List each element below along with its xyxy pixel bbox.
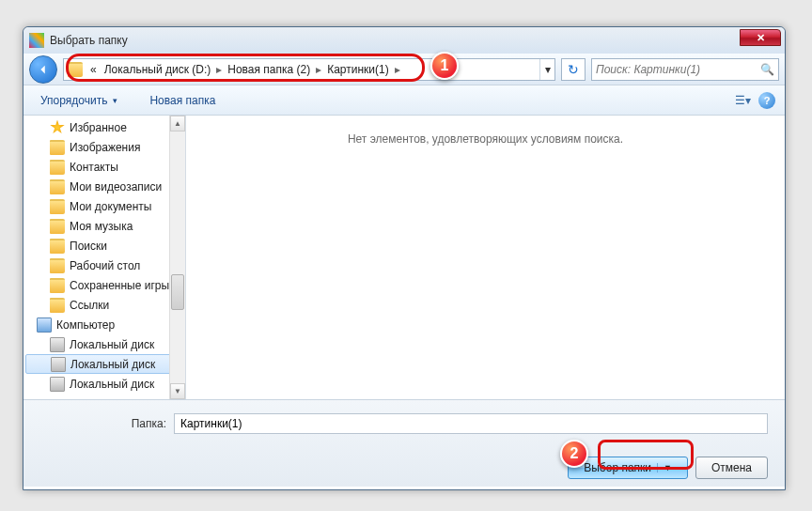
tree-item[interactable]: Поиски bbox=[23, 236, 185, 256]
dialog-window: Выбрать папку ✕ « Локальный диск (D:) ▸ … bbox=[23, 26, 786, 490]
folder-icon bbox=[50, 160, 65, 175]
breadcrumb-segment[interactable]: Новая папка (2) bbox=[224, 59, 314, 80]
empty-message: Нет элементов, удовлетворяющих условиям … bbox=[348, 132, 623, 146]
tree-item-label: Локальный диск bbox=[70, 358, 155, 371]
navigation-bar: « Локальный диск (D:) ▸ Новая папка (2) … bbox=[23, 54, 785, 85]
tree-item[interactable]: Локальный диск bbox=[25, 354, 183, 374]
folder-label: Папка: bbox=[40, 417, 174, 430]
folder-icon bbox=[50, 199, 65, 214]
folder-name-input[interactable] bbox=[174, 413, 768, 434]
tree-item[interactable]: Сохраненные игры bbox=[23, 275, 185, 295]
tree-item-label: Изображения bbox=[70, 141, 140, 154]
breadcrumb-dropdown[interactable]: ▾ bbox=[539, 59, 554, 80]
tree-item-label: Локальный диск bbox=[70, 378, 154, 391]
breadcrumb-prefix[interactable]: « bbox=[86, 59, 101, 80]
tree-item-label: Компьютер bbox=[56, 318, 115, 332]
tree-item[interactable]: Локальный диск bbox=[23, 334, 185, 354]
star-icon bbox=[50, 120, 65, 135]
search-input[interactable] bbox=[596, 63, 757, 76]
close-button[interactable]: ✕ bbox=[740, 29, 781, 46]
folder-icon bbox=[50, 298, 65, 313]
tree-item[interactable]: Контакты bbox=[23, 157, 185, 177]
search-icon: 🔍 bbox=[760, 63, 774, 76]
breadcrumb-segment[interactable]: Картинки(1) bbox=[323, 59, 393, 80]
folder-icon bbox=[50, 140, 65, 155]
tree-item-label: Поиски bbox=[70, 240, 107, 253]
organize-button[interactable]: Упорядочить bbox=[33, 90, 125, 111]
toolbar: Упорядочить Новая папка ☰▾ ? bbox=[23, 85, 785, 116]
folder-icon bbox=[50, 278, 65, 293]
scrollbar-vertical[interactable]: ▲ ▼ bbox=[169, 116, 185, 399]
help-icon[interactable]: ? bbox=[758, 92, 775, 109]
disk-icon-icon bbox=[50, 337, 65, 352]
refresh-button[interactable]: ↻ bbox=[561, 58, 586, 81]
chevron-right-icon: ▸ bbox=[314, 63, 323, 76]
scroll-down-arrow[interactable]: ▼ bbox=[170, 383, 185, 399]
scroll-up-arrow[interactable]: ▲ bbox=[170, 116, 185, 132]
chevron-right-icon: ▸ bbox=[393, 63, 402, 76]
tree-item-label: Мои видеозаписи bbox=[70, 180, 162, 194]
annotation-marker: 2 bbox=[560, 440, 588, 468]
breadcrumb[interactable]: « Локальный диск (D:) ▸ Новая папка (2) … bbox=[63, 58, 555, 81]
app-icon bbox=[29, 33, 44, 48]
annotation-marker: 1 bbox=[430, 52, 459, 80]
disk-icon-icon bbox=[50, 377, 65, 392]
tree-item-label: Избранное bbox=[70, 121, 127, 134]
tree-item-label: Контакты bbox=[70, 161, 118, 174]
tree-item[interactable]: Моя музыка bbox=[23, 216, 185, 236]
tree-item[interactable]: Мои видеозаписи bbox=[23, 177, 185, 196]
search-box[interactable]: 🔍 bbox=[591, 58, 779, 81]
tree-item-label: Сохраненные игры bbox=[70, 279, 169, 292]
tree-item[interactable]: Мои документы bbox=[23, 196, 185, 216]
titlebar[interactable]: Выбрать папку ✕ bbox=[23, 27, 785, 54]
file-list-area[interactable]: Нет элементов, удовлетворяющих условиям … bbox=[186, 116, 785, 399]
cancel-button[interactable]: Отмена bbox=[695, 457, 768, 479]
tree-item-label: Мои документы bbox=[70, 200, 151, 213]
tree-item-label: Локальный диск bbox=[70, 338, 154, 351]
view-options-button[interactable]: ☰▾ bbox=[731, 92, 755, 109]
tree-item[interactable]: Локальный диск bbox=[23, 374, 185, 394]
folder-icon bbox=[50, 179, 65, 194]
back-button[interactable] bbox=[29, 55, 57, 84]
disk-icon-icon bbox=[51, 357, 66, 372]
tree-item-label: Рабочий стол bbox=[70, 259, 140, 272]
scroll-thumb[interactable] bbox=[171, 274, 184, 310]
chevron-right-icon: ▸ bbox=[214, 63, 224, 76]
tree-item-label: Ссылки bbox=[70, 299, 109, 312]
tree-item[interactable]: Ссылки bbox=[23, 295, 185, 315]
folder-icon bbox=[50, 219, 65, 234]
tree-item[interactable]: Компьютер bbox=[23, 315, 185, 334]
navigation-tree: ИзбранноеИзображенияКонтактыМои видеозап… bbox=[23, 116, 186, 399]
folder-icon bbox=[50, 239, 65, 254]
footer-panel: Папка: Выбор папки▼ Отмена bbox=[23, 399, 785, 487]
pc-icon-icon bbox=[37, 317, 52, 333]
tree-item[interactable]: Изображения bbox=[23, 137, 185, 157]
tree-item[interactable]: Рабочий стол bbox=[23, 256, 185, 275]
body-area: ИзбранноеИзображенияКонтактыМои видеозап… bbox=[23, 116, 785, 399]
tree-item-label: Моя музыка bbox=[70, 220, 133, 233]
folder-icon bbox=[68, 62, 83, 77]
new-folder-button[interactable]: Новая папка bbox=[142, 90, 223, 111]
folder-icon bbox=[50, 258, 65, 273]
window-title: Выбрать папку bbox=[50, 34, 128, 47]
tree-item[interactable]: Избранное bbox=[23, 117, 185, 137]
breadcrumb-segment[interactable]: Локальный диск (D:) bbox=[101, 59, 215, 80]
